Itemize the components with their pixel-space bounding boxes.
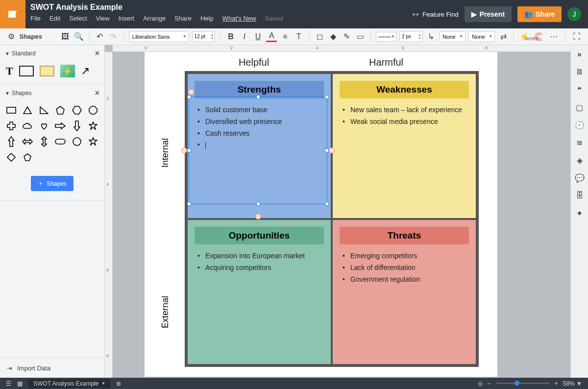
arrow-end-select[interactable]: None (468, 31, 495, 42)
right-triangle-icon[interactable] (38, 104, 50, 116)
image-icon[interactable]: 🖼 (60, 31, 71, 42)
chevron-down-icon[interactable]: ▼ (5, 91, 10, 96)
close-icon[interactable]: × (95, 89, 99, 97)
zoom-in-icon[interactable]: + (555, 380, 558, 387)
more-icon[interactable]: ⋯ (548, 31, 559, 42)
document-title[interactable]: SWOT Analysis Example (30, 0, 412, 12)
quadrant-threats[interactable]: Threats Emerging competitors Lack of dif… (332, 219, 477, 365)
target-icon[interactable]: ◎ (478, 380, 483, 387)
zoom-level[interactable]: 58% ▼ (563, 380, 582, 387)
canvas-page[interactable]: Helpful Harmful Internal External Streng… (145, 52, 497, 377)
line-style-select[interactable] (376, 32, 396, 42)
list-item[interactable]: Acquiring competitors (205, 262, 324, 274)
arrow-shape-icon[interactable]: ↗ (81, 65, 90, 77)
feature-find-button[interactable]: 👓 Feature Find (412, 11, 459, 18)
connector-handle[interactable] (329, 147, 335, 153)
line-route-icon[interactable]: ↳ (426, 31, 437, 42)
arrow-ud-icon[interactable] (38, 136, 50, 147)
resize-handle[interactable] (256, 95, 260, 99)
diamond-icon[interactable] (5, 151, 18, 163)
import-data-button[interactable]: ⇥ Import Data (0, 358, 104, 378)
arrow-up-icon[interactable] (5, 136, 18, 147)
note-shape-icon[interactable] (40, 66, 54, 76)
menu-select[interactable]: Select (69, 15, 87, 22)
arrow-lr-icon[interactable] (22, 136, 34, 147)
connector-handle[interactable] (255, 214, 261, 219)
sparkle-icon[interactable]: ✦ (575, 209, 584, 218)
arrow-start-select[interactable]: None (439, 31, 466, 42)
resize-handle[interactable] (187, 148, 191, 152)
page-tab[interactable]: SWOT Analysis Example (28, 379, 110, 388)
list-item[interactable]: Emerging competitors (350, 250, 469, 262)
share-button[interactable]: 👥 Share (517, 6, 562, 22)
rect-shape-icon[interactable] (19, 66, 34, 76)
layers-icon[interactable]: ≋ (575, 138, 584, 147)
list-item[interactable]: Expansion into European market (205, 250, 324, 262)
close-icon[interactable]: × (95, 49, 99, 58)
fullscreen-icon[interactable]: ⛶ (571, 31, 582, 42)
zoom-slider[interactable] (496, 383, 550, 384)
bold-icon[interactable]: B (225, 31, 236, 42)
chat-icon[interactable]: 💬 (575, 173, 584, 182)
menu-whats-new[interactable]: What's New (222, 15, 256, 22)
lightning-shape-icon[interactable]: ⚡ (60, 65, 75, 77)
shape-style-icon[interactable]: ◻ (315, 31, 325, 42)
add-page-icon[interactable]: ⊕ (116, 380, 121, 387)
resize-handle[interactable] (256, 202, 260, 206)
list-item[interactable]: Lack of differentiation (350, 262, 469, 274)
connector-handle[interactable] (181, 147, 187, 153)
cloud-icon[interactable] (22, 120, 34, 132)
menu-insert[interactable]: Insert (118, 15, 134, 22)
heart-icon[interactable] (38, 120, 50, 132)
collapse-icon[interactable]: » (575, 50, 584, 59)
selection-box[interactable] (189, 97, 327, 204)
resize-handle[interactable] (187, 95, 191, 99)
italic-icon[interactable]: I (239, 31, 250, 42)
quadrant-weaknesses[interactable]: Weaknesses New sales team – lack of expe… (332, 73, 477, 219)
text-options-icon[interactable]: T (294, 31, 304, 42)
shape-options-icon[interactable]: ▭ (355, 31, 366, 42)
menu-help[interactable]: Help (200, 15, 214, 22)
style-icon[interactable]: ◈ (575, 156, 584, 165)
pill-icon[interactable] (54, 136, 67, 147)
menu-edit[interactable]: Edit (49, 15, 60, 22)
arrow-down-icon[interactable] (71, 120, 83, 132)
history-icon[interactable]: 🕘 (575, 121, 584, 129)
align-icon[interactable]: ≡ (280, 31, 291, 42)
swap-ends-icon[interactable]: ⇄ (498, 31, 509, 42)
resize-handle[interactable] (187, 202, 191, 206)
hexagon-icon[interactable] (71, 104, 83, 116)
quadrant-opportunities[interactable]: Opportunities Expansion into European ma… (187, 219, 332, 365)
pentagon-icon[interactable] (54, 104, 67, 116)
canvas-area[interactable]: 0 2 4 6 8 2 4 6 8 Helpful Harmful Intern… (105, 45, 570, 378)
underline-icon[interactable]: U (253, 31, 264, 42)
octagon-icon[interactable] (87, 104, 100, 116)
grid-view-icon[interactable]: ▦ (17, 380, 23, 387)
list-item[interactable]: Weak social media presence (350, 116, 469, 128)
pentagon2-icon[interactable] (22, 151, 34, 163)
menu-view[interactable]: View (96, 15, 110, 22)
data-icon[interactable]: 🗄 (575, 191, 584, 200)
page-icon[interactable]: 🗎 (575, 68, 584, 76)
list-item[interactable]: Government regulation (350, 274, 469, 286)
fill-icon[interactable]: ◆ (328, 31, 339, 42)
connector-handle[interactable] (188, 89, 194, 95)
chevron-down-icon[interactable]: ▼ (5, 51, 10, 56)
font-size-input[interactable]: 12 pt (192, 31, 216, 42)
circle-icon[interactable] (71, 136, 83, 147)
add-shapes-button[interactable]: ＋ Shapes (31, 176, 74, 191)
line-width-input[interactable]: 2 px (399, 31, 423, 42)
text-tool-icon[interactable]: T (6, 65, 13, 77)
comments-icon[interactable]: ❝ (575, 85, 584, 94)
star-icon[interactable] (87, 136, 100, 147)
font-color-icon[interactable]: A (266, 31, 277, 42)
zoom-out-icon[interactable]: − (488, 380, 491, 387)
user-avatar[interactable]: J (567, 7, 581, 21)
arrow-right-icon[interactable] (54, 120, 67, 132)
triangle-icon[interactable] (22, 104, 34, 116)
search-icon[interactable]: 🔍 (74, 31, 84, 42)
resize-handle[interactable] (325, 202, 329, 206)
present-button[interactable]: ▶ Present (465, 6, 512, 22)
resize-handle[interactable] (325, 148, 329, 152)
menu-file[interactable]: File (30, 15, 41, 22)
